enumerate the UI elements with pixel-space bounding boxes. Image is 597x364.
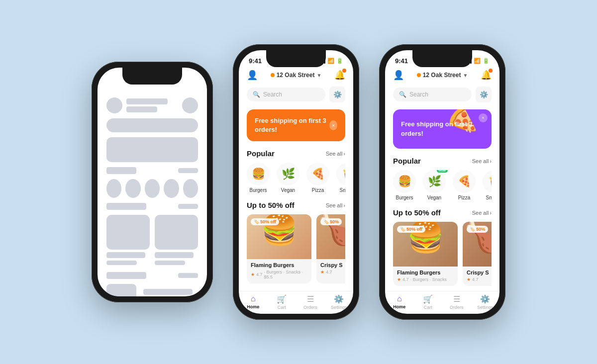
- wifi-icon-right: 📶: [474, 58, 481, 64]
- category-snacks-right[interactable]: 🍟 Snacks: [483, 170, 492, 200]
- food-name-crispy: Crispy S: [320, 262, 345, 268]
- location-pill-right[interactable]: 12 Oak Street ▼: [417, 72, 468, 79]
- pizza-label-right: Pizza: [458, 195, 470, 200]
- discount-badge-crispy: 🏷️50%: [320, 218, 342, 225]
- phone-notch: [122, 68, 182, 85]
- settings-icon-right: ⚙️: [480, 294, 490, 304]
- snacks-label-right: Snacks: [486, 195, 492, 200]
- location-dot: [271, 73, 275, 77]
- pizza-icon-wrap: 🍕: [306, 163, 329, 185]
- phone-notch-right: [412, 50, 472, 67]
- category-burgers[interactable]: 🍔 Burgers: [247, 163, 270, 193]
- food-card-flaming-burgers-right[interactable]: 🍔 🏷️50% off Flaming Burgers ★ 4.7 · Burg…: [393, 222, 458, 286]
- category-pizza-right[interactable]: 🍕 Pizza: [453, 170, 476, 200]
- location-pill[interactable]: 12 Oak Street ▼: [271, 72, 322, 79]
- food-rating-crispy-right: 4.7: [472, 277, 479, 282]
- banner-close-button[interactable]: ×: [329, 120, 337, 130]
- category-snacks[interactable]: 🍟 Snacks: [336, 163, 345, 193]
- search-bar[interactable]: 🔍 Search: [247, 88, 325, 101]
- discount-badge-crispy-right: 🏷️50%: [467, 226, 488, 233]
- chevron-right-icon: ›: [343, 151, 345, 157]
- food-card-body-crispy-right: Crispy S ★ 4.7: [463, 267, 492, 286]
- deals-section-right: Up to 50% off See all › 🍔 🏷️50% off: [385, 203, 499, 291]
- home-icon: ⌂: [251, 294, 256, 303]
- food-meta-right: ★ 4.7 · Burgers · Snacks: [397, 277, 454, 282]
- vegan-icon-wrap-right: 🌿 New: [423, 170, 446, 193]
- popular-section-right: Popular See all › 🍔 Burgers 🌿 New: [385, 152, 499, 203]
- status-time-right: 9:41: [395, 57, 408, 65]
- deals-see-all-right[interactable]: See all ›: [472, 210, 492, 216]
- nav-settings[interactable]: ⚙️ Settings: [325, 294, 354, 310]
- search-placeholder-right: Search: [409, 91, 428, 98]
- profile-icon[interactable]: 👤: [247, 70, 258, 81]
- filter-button[interactable]: ⚙️: [329, 87, 345, 102]
- filter-button-right[interactable]: ⚙️: [476, 87, 492, 102]
- battery-icon: 🔋: [336, 58, 343, 64]
- rating-star-icon-crispy-right: ★: [467, 277, 471, 282]
- promo-banner: Free shipping on first 3 orders! ×: [247, 109, 345, 141]
- vegan-icon-wrap: 🌿: [277, 163, 299, 185]
- nav-cart[interactable]: 🛒 Cart: [268, 294, 297, 310]
- deals-see-all[interactable]: See all ›: [326, 202, 345, 208]
- top-nav-middle: 👤 12 Oak Street ▼ 🔔: [239, 68, 353, 85]
- category-vegan[interactable]: 🌿 Vegan: [277, 163, 299, 193]
- deals-chevron-right-icon-right: ›: [490, 210, 492, 216]
- category-pizza[interactable]: 🍕 Pizza: [306, 163, 329, 193]
- nav-cart-right[interactable]: 🛒 Cart: [414, 294, 443, 310]
- burgers-label-right: Burgers: [396, 195, 413, 200]
- food-rating-right: 4.7: [402, 277, 409, 282]
- nav-orders[interactable]: ☰ Orders: [296, 294, 325, 310]
- nav-home[interactable]: ⌂ Home: [239, 294, 268, 310]
- chevron-down-icon: ▼: [316, 73, 321, 78]
- notification-badge: [342, 69, 346, 73]
- popular-header-right: Popular See all ›: [393, 157, 492, 165]
- nav-orders-right[interactable]: ☰ Orders: [442, 294, 471, 310]
- food-card-flaming-burgers[interactable]: 🍔 🏷️50% off Flaming Burgers ★ 4.7 · Burg…: [247, 214, 311, 283]
- orders-icon: ☰: [307, 294, 314, 304]
- food-card-body-right: Flaming Burgers ★ 4.7 · Burgers · Snacks: [393, 267, 458, 286]
- search-icon: 🔍: [253, 91, 260, 98]
- profile-icon-right[interactable]: 👤: [393, 70, 404, 81]
- popular-see-all-right[interactable]: See all ›: [472, 158, 492, 164]
- food-name-right: Flaming Burgers: [397, 270, 454, 275]
- food-card-list: 🍔 🏷️50% off Flaming Burgers ★ 4.7 · Burg…: [247, 214, 345, 285]
- cart-icon-right: 🛒: [423, 294, 433, 304]
- rating-star-icon: ★: [251, 272, 255, 277]
- food-card-body-crispy: Crispy S ★ 4.7: [316, 259, 345, 278]
- nav-settings-right[interactable]: ⚙️ Settings: [471, 294, 500, 310]
- search-bar-right[interactable]: 🔍 Search: [393, 88, 472, 101]
- popular-title: Popular: [247, 149, 275, 158]
- orders-label: Orders: [303, 305, 317, 310]
- phone-notch-middle: [266, 50, 326, 67]
- nav-home-right[interactable]: ⌂ Home: [385, 294, 414, 310]
- orders-icon-right: ☰: [453, 294, 460, 304]
- popular-title-right: Popular: [393, 157, 421, 165]
- category-vegan-right[interactable]: 🌿 New Vegan: [423, 170, 446, 200]
- settings-label: Settings: [331, 305, 347, 310]
- pizza-icon-wrap-right: 🍕: [453, 170, 476, 193]
- pizza-label: Pizza: [312, 187, 324, 193]
- food-rating-crispy: 4.7: [326, 270, 332, 274]
- top-nav-right: 👤 12 Oak Street ▼ 🔔: [385, 68, 499, 85]
- deals-title-right: Up to 50% off: [393, 208, 441, 217]
- popular-see-all[interactable]: See all ›: [326, 151, 345, 157]
- snacks-label: Snacks: [340, 187, 345, 193]
- food-card-list-right: 🍔 🏷️50% off Flaming Burgers ★ 4.7 · Burg…: [393, 222, 492, 288]
- burgers-label: Burgers: [249, 187, 267, 193]
- food-card-crispy[interactable]: 🍗 🏷️50% Crispy S ★ 4.7: [316, 214, 345, 283]
- notification-button-right[interactable]: 🔔: [481, 70, 492, 81]
- category-list: 🍔 Burgers 🌿 Vegan 🍕 Pizza 🍟 Snacks: [247, 163, 345, 193]
- notification-button[interactable]: 🔔: [334, 70, 345, 81]
- search-icon-right: 🔍: [399, 91, 406, 98]
- food-name: Flaming Burgers: [251, 262, 307, 268]
- deals-header: Up to 50% off See all ›: [247, 201, 345, 209]
- rating-star-icon-crispy: ★: [320, 270, 324, 274]
- vegan-label-right: Vegan: [427, 195, 441, 200]
- new-badge: New: [437, 170, 448, 173]
- banner-close-button-right[interactable]: ×: [479, 113, 488, 122]
- bottom-nav-right: ⌂ Home 🛒 Cart ☰ Orders ⚙️ Settings: [385, 291, 499, 314]
- category-burgers-right[interactable]: 🍔 Burgers: [393, 170, 416, 200]
- food-tags: · Burgers · Snacks · $5.5: [264, 270, 307, 279]
- chevron-right-icon-right: ›: [490, 158, 492, 164]
- food-card-crispy-right[interactable]: 🍗 🏷️50% Crispy S ★ 4.7: [463, 222, 492, 286]
